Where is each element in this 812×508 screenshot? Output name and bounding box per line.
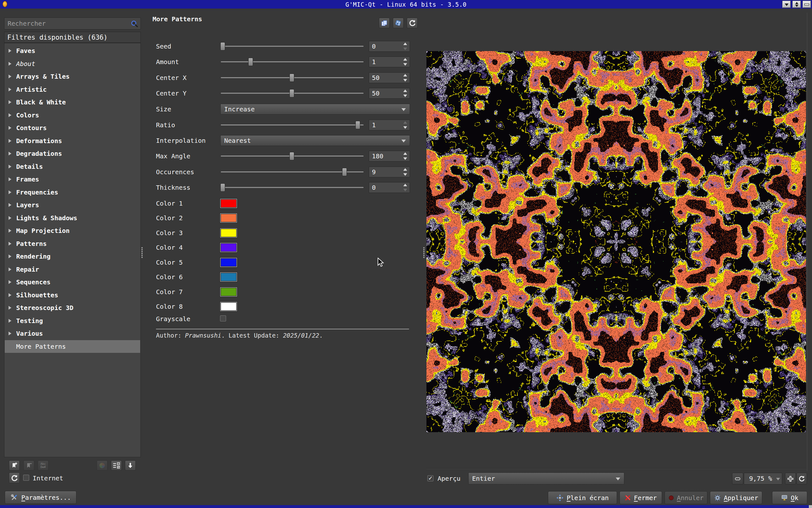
thickness-slider[interactable] — [220, 182, 364, 193]
center-x-slider[interactable] — [220, 72, 364, 83]
seed-slider-handle[interactable] — [220, 42, 225, 50]
zoom-in-button[interactable] — [785, 473, 796, 484]
resize-corner[interactable] — [809, 505, 812, 508]
color-1-swatch[interactable] — [220, 199, 237, 208]
sidebar-item-repair[interactable]: Repair — [5, 263, 140, 276]
sidebar-item-rendering[interactable]: Rendering — [5, 250, 140, 263]
apply-button[interactable]: Appliquer — [710, 491, 762, 504]
ratio-slider-handle[interactable] — [355, 121, 360, 129]
center-x-slider-handle[interactable] — [289, 74, 294, 82]
sidebar-item-testing[interactable]: Testing — [5, 314, 140, 328]
expand-collapse-button[interactable] — [125, 460, 136, 471]
sidebar-item-more-patterns[interactable]: More Patterns — [5, 340, 140, 353]
color-6-swatch[interactable] — [220, 272, 237, 282]
sidebar-item-frames[interactable]: Frames — [5, 173, 140, 186]
amount-spinbox[interactable]: 1 — [369, 56, 410, 67]
occurences-slider[interactable] — [220, 167, 364, 177]
amount-slider[interactable] — [220, 56, 364, 67]
spin-down-icon[interactable] — [403, 79, 407, 82]
sidebar-item-arrays-tiles[interactable]: Arrays & Tiles — [5, 70, 140, 83]
max-angle-spinbox[interactable]: 180 — [369, 151, 410, 162]
sidebar-item-colors[interactable]: Colors — [5, 109, 140, 122]
spin-down-icon[interactable] — [403, 126, 407, 129]
ratio-slider[interactable] — [220, 120, 364, 130]
spin-up-icon[interactable] — [403, 89, 407, 92]
reset-parameters-button[interactable] — [407, 18, 418, 28]
rename-fave-button[interactable]: AbcDef — [38, 460, 49, 471]
thickness-slider-handle[interactable] — [220, 183, 225, 192]
sidebar-item-frequencies[interactable]: Frequencies — [5, 186, 140, 199]
preview-checkbox[interactable]: ✓ — [427, 475, 433, 481]
sidebar-item-black-white[interactable]: Black & White — [5, 96, 140, 109]
remove-fave-button[interactable] — [23, 460, 34, 471]
search-input[interactable] — [8, 19, 128, 28]
color-5-swatch[interactable] — [220, 258, 237, 267]
sidebar-item-about[interactable]: About — [5, 57, 140, 71]
occurences-spinbox[interactable]: 9 — [369, 167, 410, 177]
window-menu-button[interactable] — [803, 1, 811, 8]
max-angle-slider[interactable] — [220, 151, 364, 162]
copy-command-button[interactable] — [379, 18, 390, 28]
occurences-slider-handle[interactable] — [342, 168, 347, 176]
window-maximize-button[interactable] — [792, 1, 801, 8]
color-theme-button[interactable] — [97, 460, 107, 471]
seed-slider[interactable] — [220, 41, 364, 52]
internet-checkbox[interactable] — [23, 475, 29, 481]
center-y-slider-handle[interactable] — [289, 89, 294, 97]
zoom-level-combo[interactable]: 9,75 % — [744, 473, 782, 484]
cancel-button[interactable]: Annuler — [665, 491, 707, 504]
spin-up-icon[interactable] — [403, 43, 407, 45]
sidebar-item-faves[interactable]: Faves — [5, 44, 140, 57]
spin-up-icon[interactable] — [403, 74, 407, 77]
thickness-spinbox[interactable]: 0 — [369, 182, 410, 193]
sidebar-item-details[interactable]: Details — [5, 160, 140, 173]
sidebar-splitter-handle[interactable] — [141, 247, 143, 258]
spin-up-icon[interactable] — [403, 168, 407, 171]
window-shade-button[interactable] — [782, 1, 791, 8]
color-4-swatch[interactable] — [220, 243, 237, 252]
seed-spinbox[interactable]: 0 — [369, 41, 410, 52]
sidebar-item-patterns[interactable]: Patterns — [5, 237, 140, 250]
sidebar-item-lights-shadows[interactable]: Lights & Shadows — [5, 212, 140, 225]
sidebar-item-deformations[interactable]: Deformations — [5, 134, 140, 147]
grayscale-checkbox[interactable] — [220, 315, 226, 322]
spin-down-icon[interactable] — [403, 94, 407, 97]
sidebar-item-layers[interactable]: Layers — [5, 199, 140, 212]
sidebar-item-silhouettes[interactable]: Silhouettes — [5, 289, 140, 302]
settings-button[interactable]: Paramètres... — [5, 491, 77, 504]
center-y-slider[interactable] — [220, 88, 364, 99]
sidebar-item-map-projection[interactable]: Map Projection — [5, 224, 140, 237]
ratio-spinbox[interactable]: 1 — [369, 120, 410, 130]
sidebar-item-stereoscopic-3d[interactable]: Stereoscopic 3D — [5, 301, 140, 314]
spin-down-icon[interactable] — [403, 173, 407, 176]
ok-button[interactable]: Ok — [772, 491, 807, 504]
preview-splitter-handle[interactable] — [423, 247, 425, 258]
sidebar-item-degradations[interactable]: Degradations — [5, 147, 140, 160]
preview-mode-dropdown[interactable]: Entier — [468, 472, 624, 484]
filter-visibility-button[interactable] — [111, 460, 122, 471]
spin-up-icon[interactable] — [403, 121, 407, 124]
spin-down-icon[interactable] — [403, 189, 407, 191]
sidebar-item-sequences[interactable]: Sequences — [5, 276, 140, 289]
spin-down-icon[interactable] — [403, 48, 407, 50]
add-fave-button[interactable] — [9, 460, 20, 471]
center-x-spinbox[interactable]: 50 — [369, 72, 410, 83]
color-3-swatch[interactable] — [220, 228, 237, 238]
zoom-out-button[interactable] — [732, 473, 743, 484]
color-7-swatch[interactable] — [220, 287, 237, 297]
sidebar-item-various[interactable]: Various — [5, 327, 140, 340]
close-button[interactable]: Fermer — [620, 491, 662, 504]
spin-up-icon[interactable] — [403, 58, 407, 60]
sidebar-item-artistic[interactable]: Artistic — [5, 83, 140, 96]
center-y-spinbox[interactable]: 50 — [369, 88, 410, 99]
color-8-swatch[interactable] — [220, 302, 237, 311]
randomize-button[interactable] — [393, 18, 403, 28]
amount-slider-handle[interactable] — [248, 58, 253, 66]
color-2-swatch[interactable] — [220, 213, 237, 223]
size-dropdown[interactable]: Increase — [220, 104, 410, 115]
interpolation-dropdown[interactable]: Nearest — [220, 135, 410, 146]
spin-down-icon[interactable] — [403, 63, 407, 66]
spin-up-icon[interactable] — [403, 184, 407, 186]
fullscreen-button[interactable]: Plein écran — [548, 491, 617, 504]
spin-down-icon[interactable] — [403, 157, 407, 160]
